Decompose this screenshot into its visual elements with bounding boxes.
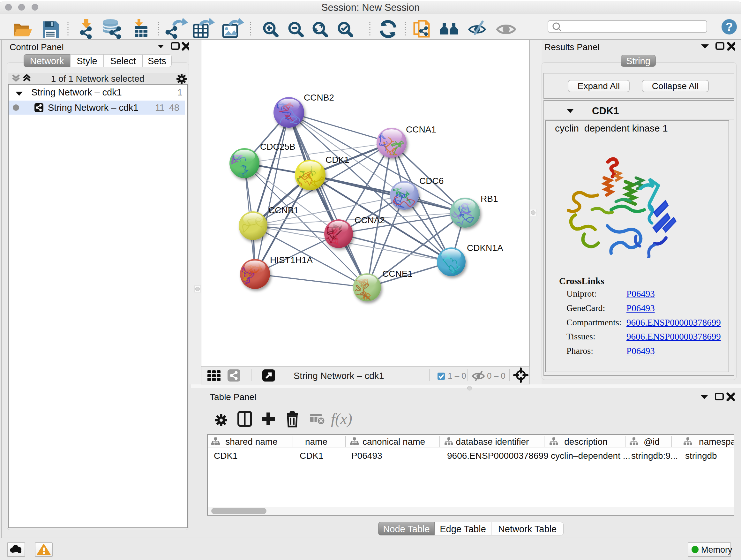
svg-text:CCNA2: CCNA2 bbox=[354, 215, 385, 225]
svg-text:CDK1: CDK1 bbox=[326, 155, 349, 165]
svg-text:CCNA1: CCNA1 bbox=[406, 125, 436, 134]
svg-text:String Network – cdk1: String Network – cdk1 bbox=[293, 371, 384, 381]
svg-text:canonical name: canonical name bbox=[362, 437, 425, 447]
svg-text:?: ? bbox=[726, 20, 733, 34]
svg-text:description: description bbox=[564, 437, 607, 447]
svg-text:1 – 0: 1 – 0 bbox=[448, 371, 466, 381]
svg-text:CCNB2: CCNB2 bbox=[304, 92, 334, 103]
svg-text:name: name bbox=[305, 437, 327, 447]
svg-text:CCNE1: CCNE1 bbox=[382, 269, 413, 279]
svg-text:namespace: namespace bbox=[699, 437, 734, 447]
svg-text:0 – 0: 0 – 0 bbox=[487, 371, 506, 381]
svg-text:shared name: shared name bbox=[225, 437, 277, 447]
svg-text:CDC6: CDC6 bbox=[419, 176, 444, 186]
svg-text:f(x): f(x) bbox=[331, 410, 352, 428]
svg-text:@id: @id bbox=[644, 437, 660, 447]
svg-text:database identifier: database identifier bbox=[456, 437, 529, 447]
svg-text:CCNB1: CCNB1 bbox=[268, 205, 299, 215]
svg-text:CDKN1A: CDKN1A bbox=[467, 243, 503, 253]
svg-text:HIST1H1A: HIST1H1A bbox=[270, 255, 313, 265]
svg-text:RB1: RB1 bbox=[481, 194, 498, 204]
svg-text:CDC25B: CDC25B bbox=[260, 142, 295, 152]
